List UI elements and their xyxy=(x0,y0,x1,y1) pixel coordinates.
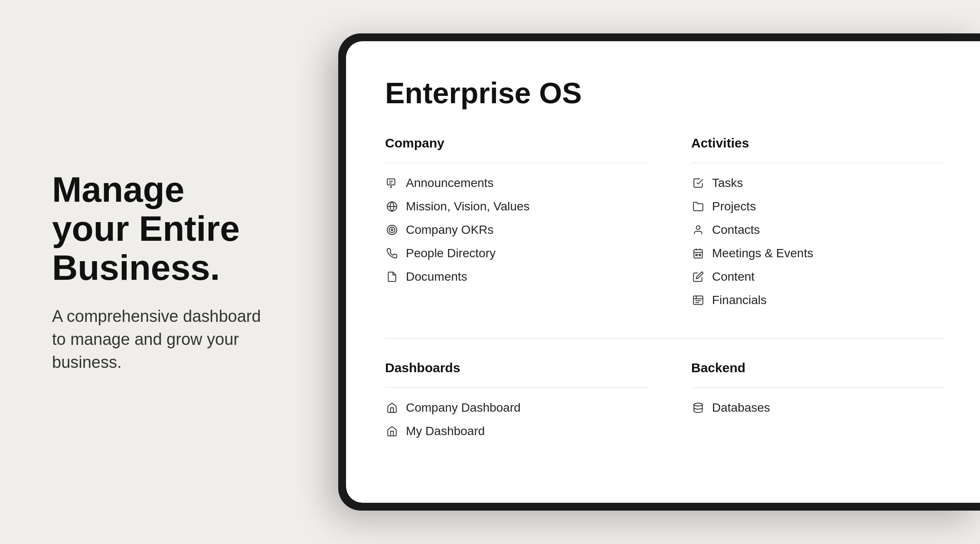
people-directory-label: People Directory xyxy=(406,246,496,260)
meetings-label: Meetings & Events xyxy=(712,246,813,260)
hero-subtitle: A comprehensive dashboard to manage and … xyxy=(52,305,269,374)
svg-rect-6 xyxy=(694,249,702,258)
projects-label: Projects xyxy=(712,200,756,213)
financials-label: Financials xyxy=(712,293,767,307)
my-dashboard-icon xyxy=(385,424,399,438)
databases-label: Databases xyxy=(712,401,770,415)
financials-icon xyxy=(691,293,705,307)
activities-section: Activities Tasks xyxy=(665,136,945,338)
databases-item[interactable]: Databases xyxy=(691,401,945,415)
announcements-item[interactable]: Announcements xyxy=(385,176,648,190)
svg-point-2 xyxy=(387,225,397,235)
checkbox-icon xyxy=(691,176,705,190)
contacts-icon xyxy=(691,223,705,237)
projects-item[interactable]: Projects xyxy=(691,200,945,213)
menu-grid: Company Announcements xyxy=(385,136,945,338)
announcement-icon xyxy=(385,176,399,190)
tasks-item[interactable]: Tasks xyxy=(691,176,945,190)
company-heading: Company xyxy=(385,136,648,151)
calendar-icon xyxy=(691,246,705,260)
documents-item[interactable]: Documents xyxy=(385,270,648,284)
content-item[interactable]: Content xyxy=(691,270,945,284)
svg-point-5 xyxy=(696,226,700,229)
target-icon xyxy=(385,223,399,237)
svg-rect-10 xyxy=(696,254,697,256)
company-dashboard-icon xyxy=(385,401,399,415)
left-panel: Manage your Entire Business. A comprehen… xyxy=(0,135,304,409)
phone-icon xyxy=(385,246,399,260)
right-panel: Enterprise OS Company xyxy=(304,0,980,544)
svg-rect-12 xyxy=(693,296,703,305)
my-dashboard-item[interactable]: My Dashboard xyxy=(385,424,648,438)
people-directory-item[interactable]: People Directory xyxy=(385,246,648,260)
announcements-label: Announcements xyxy=(406,176,493,190)
hero-title: Manage your Entire Business. xyxy=(52,170,269,288)
backend-heading: Backend xyxy=(691,360,945,375)
activities-heading: Activities xyxy=(691,136,945,151)
mission-item[interactable]: Mission, Vision, Values xyxy=(385,200,648,213)
okrs-item[interactable]: Company OKRs xyxy=(385,223,648,237)
folder-icon xyxy=(691,200,705,213)
my-dashboard-label: My Dashboard xyxy=(406,424,485,438)
company-dashboard-label: Company Dashboard xyxy=(406,401,521,415)
tasks-label: Tasks xyxy=(712,176,743,190)
mission-label: Mission, Vision, Values xyxy=(406,200,529,213)
contacts-item[interactable]: Contacts xyxy=(691,223,945,237)
database-icon xyxy=(691,401,705,415)
company-dashboard-item[interactable]: Company Dashboard xyxy=(385,401,648,415)
globe-icon xyxy=(385,200,399,213)
svg-point-3 xyxy=(389,227,395,233)
company-section: Company Announcements xyxy=(385,136,665,338)
financials-item[interactable]: Financials xyxy=(691,293,945,307)
meetings-item[interactable]: Meetings & Events xyxy=(691,246,945,260)
document-icon xyxy=(385,270,399,284)
backend-section: Backend Databases xyxy=(665,360,945,448)
bottom-sections: Dashboards Company Dashboard xyxy=(385,338,945,448)
svg-rect-11 xyxy=(699,254,700,256)
svg-point-4 xyxy=(391,229,393,231)
svg-rect-0 xyxy=(387,179,395,185)
content-label: Content xyxy=(712,270,755,284)
app-title: Enterprise OS xyxy=(385,76,945,110)
okrs-label: Company OKRs xyxy=(406,223,493,237)
tablet-frame: Enterprise OS Company xyxy=(338,33,980,511)
dashboards-section: Dashboards Company Dashboard xyxy=(385,360,665,448)
dashboards-heading: Dashboards xyxy=(385,360,648,375)
edit-icon xyxy=(691,270,705,284)
tablet-screen: Enterprise OS Company xyxy=(346,41,980,503)
svg-point-17 xyxy=(694,403,702,406)
contacts-label: Contacts xyxy=(712,223,760,237)
documents-label: Documents xyxy=(406,270,467,284)
